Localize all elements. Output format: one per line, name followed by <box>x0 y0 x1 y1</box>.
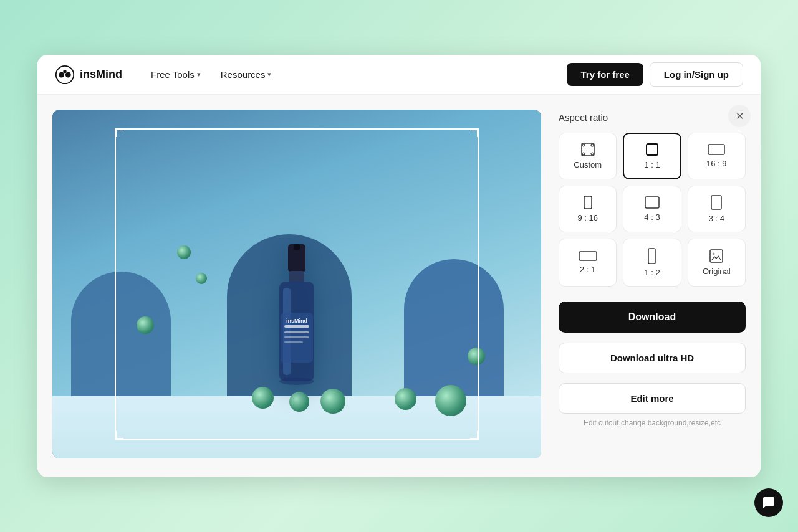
svg-rect-27 <box>648 249 655 264</box>
main-nav: Free Tools ▾ Resources ▾ <box>142 64 567 85</box>
decorative-ball <box>395 388 416 410</box>
ratio-4-3[interactable]: 4 : 3 <box>623 186 681 232</box>
decorative-ball <box>177 245 191 259</box>
decorative-ball <box>435 385 466 416</box>
portrait-ratio-icon <box>711 195 722 210</box>
decorative-ball <box>468 348 485 365</box>
ratio-1-1[interactable]: 1 : 1 <box>623 133 681 179</box>
original-ratio-icon <box>709 249 723 263</box>
landscape-extra-ratio-icon <box>579 251 597 261</box>
svg-point-19 <box>582 153 585 155</box>
download-ultra-hd-button[interactable]: Download ultra HD <box>559 343 746 373</box>
portrait-tall-ratio-icon <box>648 248 656 264</box>
nav-free-tools[interactable]: Free Tools ▾ <box>142 64 209 85</box>
chevron-down-icon: ▾ <box>197 70 201 78</box>
ratio-16-9[interactable]: 16 : 9 <box>688 133 746 179</box>
svg-point-0 <box>56 65 74 83</box>
portrait-narrow-ratio-icon <box>584 196 592 209</box>
ratio-9-16[interactable]: 9 : 16 <box>559 186 617 232</box>
svg-text:insMind: insMind <box>286 318 307 324</box>
square-ratio-icon <box>645 143 659 156</box>
svg-point-18 <box>591 144 594 146</box>
edit-hint: Edit cutout,change background,resize,etc <box>559 419 746 427</box>
crop-corner-tl[interactable] <box>115 128 123 137</box>
svg-point-3 <box>63 70 66 73</box>
header: insMind Free Tools ▾ Resources ▾ Try for… <box>37 55 761 95</box>
svg-rect-16 <box>582 143 594 156</box>
edit-more-button[interactable]: Edit more <box>559 383 746 414</box>
svg-rect-25 <box>711 196 721 209</box>
aspect-ratio-label: Aspect ratio <box>559 112 746 123</box>
ratio-custom[interactable]: Custom <box>559 133 617 179</box>
product-bottle: insMind <box>266 244 328 409</box>
svg-point-20 <box>591 153 594 155</box>
nav-resources[interactable]: Resources ▾ <box>212 64 281 85</box>
svg-point-15 <box>279 378 314 385</box>
crop-corner-tr[interactable] <box>470 128 479 137</box>
chat-bubble-button[interactable] <box>754 488 783 517</box>
svg-rect-24 <box>645 197 659 208</box>
login-signup-button[interactable]: Log in/Sign up <box>650 62 743 87</box>
image-area: insMind <box>52 110 541 458</box>
svg-rect-21 <box>647 144 658 155</box>
download-button[interactable]: Download <box>559 302 746 333</box>
logo[interactable]: insMind <box>55 65 122 85</box>
svg-rect-10 <box>284 325 309 328</box>
svg-point-29 <box>713 253 715 255</box>
custom-ratio-icon <box>581 143 595 156</box>
logo-text: insMind <box>80 68 122 81</box>
svg-rect-11 <box>284 331 309 333</box>
landscape-wide-ratio-icon <box>708 144 725 155</box>
decorative-ball <box>137 316 154 334</box>
svg-point-17 <box>582 144 585 146</box>
try-for-free-button[interactable]: Try for free <box>567 63 643 86</box>
svg-rect-26 <box>579 252 597 260</box>
ratio-1-2[interactable]: 1 : 2 <box>623 239 681 287</box>
svg-rect-12 <box>284 336 309 338</box>
svg-rect-13 <box>284 341 303 343</box>
svg-rect-22 <box>708 145 724 154</box>
svg-point-2 <box>65 72 71 77</box>
svg-rect-28 <box>710 250 723 262</box>
svg-rect-23 <box>584 196 592 209</box>
ratio-grid: Custom 1 : 1 16 : 9 <box>559 133 746 287</box>
svg-rect-5 <box>294 244 300 250</box>
ratio-original[interactable]: Original <box>688 239 746 287</box>
product-scene: insMind <box>52 110 541 458</box>
ratio-3-4[interactable]: 3 : 4 <box>688 186 746 232</box>
right-panel: ✕ Aspect ratio Custom 1 : 1 <box>559 110 746 458</box>
ratio-2-1[interactable]: 2 : 1 <box>559 239 617 287</box>
close-button[interactable]: ✕ <box>728 105 751 127</box>
decorative-ball <box>196 273 207 284</box>
app-window: insMind Free Tools ▾ Resources ▾ Try for… <box>37 55 761 477</box>
svg-point-1 <box>59 72 64 77</box>
chevron-down-icon: ▾ <box>267 70 271 78</box>
main-content: insMind ✕ Aspect ratio <box>37 95 761 477</box>
landscape-ratio-icon <box>645 196 660 209</box>
header-actions: Try for free Log in/Sign up <box>567 62 743 87</box>
